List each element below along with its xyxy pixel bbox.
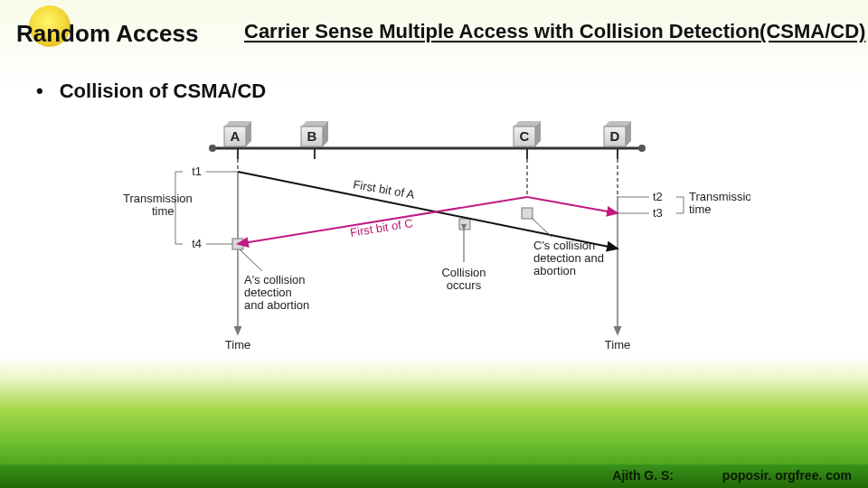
c-abort-label: C's collisiondetection andabortion [533, 239, 604, 277]
svg-rect-30 [459, 219, 470, 230]
a-abort-label: A's collisiondetectionand abortion [244, 273, 309, 312]
t2-label: t2 [653, 190, 663, 203]
svg-line-31 [238, 172, 618, 249]
bullet-dot-icon: • [36, 80, 43, 102]
page-title: Random Access [16, 20, 198, 48]
t3-label: t3 [653, 206, 663, 220]
bullet-item: •Collision of CSMA/CD [36, 80, 266, 103]
node-c: C [514, 121, 541, 159]
node-d: D [604, 121, 631, 159]
first-bit-c-label: First bit of C [349, 216, 414, 239]
node-a: A [224, 121, 251, 159]
trans-time-left: Transmissiontime [123, 192, 193, 218]
svg-line-35 [240, 249, 262, 271]
diagram-svg: A B C [118, 117, 750, 352]
node-c-label: C [520, 128, 530, 144]
slide: Random Access Carrier Sense Multiple Acc… [0, 0, 868, 488]
first-bit-a-label: First bit of A [352, 177, 416, 202]
svg-rect-29 [522, 208, 533, 219]
node-d-label: D [610, 128, 620, 144]
time-left-label: Time [225, 338, 250, 352]
node-b-label: B [307, 128, 317, 144]
csma-cd-diagram: A B C [118, 117, 750, 352]
page-subtitle: Carrier Sense Multiple Access with Colli… [244, 20, 865, 43]
collision-label: Collisionoccurs [441, 266, 486, 292]
svg-point-2 [638, 145, 646, 152]
t1-label: t1 [192, 164, 202, 178]
svg-point-1 [209, 145, 216, 152]
svg-line-33 [527, 197, 618, 213]
trans-time-right: Transmissiontime [689, 190, 750, 216]
time-right-label: Time [605, 338, 630, 352]
footer-site: poposir. orgfree. com [722, 468, 852, 483]
t4-label: t4 [192, 237, 202, 250]
footer-author: Ajith G. S: [612, 468, 674, 483]
node-b: B [301, 121, 328, 159]
node-a-label: A [231, 128, 241, 144]
bullet-text: Collision of CSMA/CD [60, 80, 267, 102]
